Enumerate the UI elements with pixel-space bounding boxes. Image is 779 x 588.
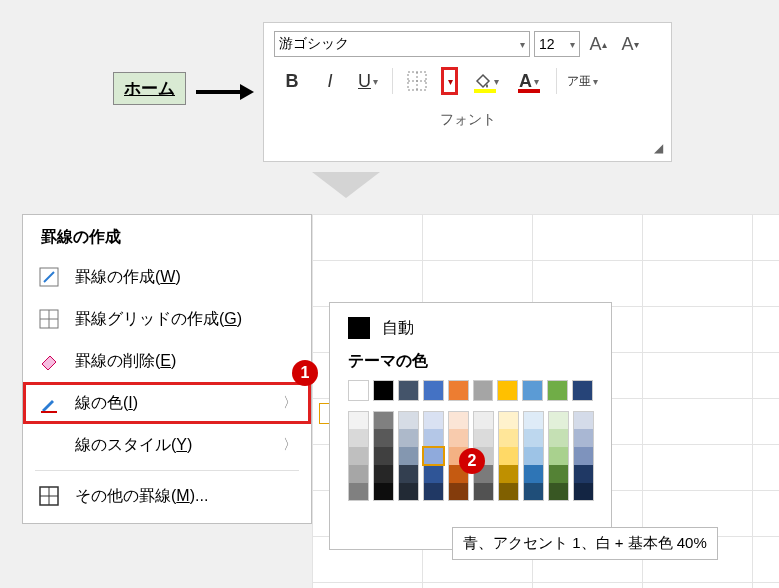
color-swatch[interactable] bbox=[373, 465, 394, 483]
color-swatch[interactable] bbox=[473, 429, 494, 447]
eraser-icon bbox=[37, 349, 61, 373]
color-swatch[interactable] bbox=[448, 429, 469, 447]
borders-more-icon bbox=[37, 484, 61, 508]
chevron-down-icon[interactable]: ▾ bbox=[593, 76, 598, 87]
color-swatch[interactable] bbox=[348, 483, 369, 501]
color-swatch[interactable] bbox=[573, 447, 594, 465]
menu-item-label: その他の罫線(M)... bbox=[75, 486, 208, 507]
phonetic-guide-button[interactable]: ア亜 ▾ bbox=[567, 67, 598, 95]
color-automatic-row[interactable]: 自動 bbox=[344, 315, 597, 351]
color-swatch[interactable] bbox=[423, 483, 444, 501]
color-swatch[interactable] bbox=[473, 411, 494, 429]
font-color-button[interactable]: A ▾ bbox=[512, 67, 546, 95]
chevron-right-icon: 〉 bbox=[283, 394, 297, 412]
blank-icon bbox=[37, 433, 61, 457]
menu-item-line-style[interactable]: 線のスタイル(Y) 〉 bbox=[23, 424, 311, 466]
menu-item-draw-border-grid[interactable]: 罫線グリッドの作成(G) bbox=[23, 298, 311, 340]
color-swatch[interactable] bbox=[523, 429, 544, 447]
line-color-flyout: 自動 テーマの色 bbox=[329, 302, 612, 550]
borders-button[interactable] bbox=[403, 67, 431, 95]
color-swatch[interactable] bbox=[348, 447, 369, 465]
color-swatch[interactable] bbox=[548, 465, 569, 483]
borders-dropdown-button[interactable]: ▾ bbox=[441, 67, 458, 95]
color-swatch[interactable] bbox=[423, 447, 444, 465]
menu-item-label: 罫線グリッドの作成(G) bbox=[75, 309, 242, 330]
color-swatch[interactable] bbox=[398, 380, 419, 401]
chevron-down-icon: ▾ bbox=[448, 76, 453, 87]
color-swatch[interactable] bbox=[573, 429, 594, 447]
color-swatch[interactable] bbox=[498, 411, 519, 429]
separator bbox=[556, 68, 557, 94]
svg-rect-9 bbox=[41, 411, 57, 413]
color-swatch[interactable] bbox=[423, 411, 444, 429]
menu-separator bbox=[35, 470, 299, 471]
color-swatch[interactable] bbox=[398, 429, 419, 447]
chevron-down-icon[interactable]: ▾ bbox=[534, 76, 539, 87]
dialog-launcher-button[interactable]: ◢ bbox=[651, 141, 665, 155]
chevron-down-icon[interactable]: ▾ bbox=[494, 76, 499, 87]
color-swatch[interactable] bbox=[398, 411, 419, 429]
font-name-value: 游ゴシック bbox=[279, 35, 349, 53]
color-swatch[interactable] bbox=[522, 380, 543, 401]
tab-home[interactable]: ホーム bbox=[113, 72, 186, 105]
color-swatch[interactable] bbox=[547, 380, 568, 401]
color-swatch[interactable] bbox=[348, 429, 369, 447]
color-swatch[interactable] bbox=[373, 411, 394, 429]
color-swatch[interactable] bbox=[498, 447, 519, 465]
color-swatch[interactable] bbox=[373, 447, 394, 465]
chevron-down-icon[interactable]: ▾ bbox=[373, 76, 378, 87]
color-swatch[interactable] bbox=[373, 429, 394, 447]
color-swatch[interactable] bbox=[498, 429, 519, 447]
color-swatch[interactable] bbox=[398, 447, 419, 465]
color-swatch[interactable] bbox=[523, 465, 544, 483]
bold-button[interactable]: B bbox=[278, 67, 306, 95]
color-swatch[interactable] bbox=[348, 411, 369, 429]
color-swatch[interactable] bbox=[548, 483, 569, 501]
arrow-annotation bbox=[196, 82, 254, 102]
color-swatch[interactable] bbox=[572, 380, 593, 401]
menu-item-label: 罫線の作成(W) bbox=[75, 267, 181, 288]
color-swatch[interactable] bbox=[423, 465, 444, 483]
underline-button[interactable]: U ▾ bbox=[354, 67, 382, 95]
color-swatch[interactable] bbox=[348, 380, 369, 401]
color-swatch[interactable] bbox=[373, 483, 394, 501]
color-swatch[interactable] bbox=[498, 465, 519, 483]
color-swatch[interactable] bbox=[398, 483, 419, 501]
color-swatch[interactable] bbox=[523, 483, 544, 501]
italic-button[interactable]: I bbox=[316, 67, 344, 95]
color-swatch[interactable] bbox=[573, 465, 594, 483]
color-swatch[interactable] bbox=[523, 447, 544, 465]
menu-item-erase-border[interactable]: 罫線の削除(E) bbox=[23, 340, 311, 382]
color-swatch[interactable] bbox=[348, 465, 369, 483]
menu-item-line-color[interactable]: 線の色(I) 〉 bbox=[23, 382, 311, 424]
color-swatch[interactable] bbox=[398, 465, 419, 483]
color-swatch[interactable] bbox=[448, 380, 469, 401]
fill-color-button[interactable]: ▾ bbox=[468, 67, 502, 95]
color-swatch[interactable] bbox=[548, 429, 569, 447]
menu-item-more-borders[interactable]: その他の罫線(M)... bbox=[23, 475, 311, 517]
menu-item-draw-border[interactable]: 罫線の作成(W) bbox=[23, 256, 311, 298]
color-swatch[interactable] bbox=[497, 380, 518, 401]
color-swatch[interactable] bbox=[448, 411, 469, 429]
color-swatch[interactable] bbox=[523, 411, 544, 429]
draw-border-icon bbox=[37, 265, 61, 289]
color-swatch[interactable] bbox=[423, 380, 444, 401]
font-name-combo[interactable]: 游ゴシック ▾ bbox=[274, 31, 530, 57]
color-swatch[interactable] bbox=[373, 380, 394, 401]
ribbon-group-label: フォント bbox=[264, 101, 671, 129]
color-swatch[interactable] bbox=[473, 483, 494, 501]
decrease-font-size-button[interactable]: A▾ bbox=[616, 31, 644, 57]
color-swatch[interactable] bbox=[423, 429, 444, 447]
increase-font-size-button[interactable]: A▴ bbox=[584, 31, 612, 57]
color-swatch[interactable] bbox=[548, 411, 569, 429]
color-swatch[interactable] bbox=[498, 483, 519, 501]
font-size-combo[interactable]: 12 ▾ bbox=[534, 31, 580, 57]
color-swatch[interactable] bbox=[573, 483, 594, 501]
color-swatch[interactable] bbox=[573, 411, 594, 429]
borders-context-menu: 罫線の作成 罫線の作成(W) 罫線グリッドの作成(G) 罫線の削除(E) 線の色… bbox=[22, 214, 312, 524]
color-swatch[interactable] bbox=[548, 447, 569, 465]
color-swatch[interactable] bbox=[448, 483, 469, 501]
automatic-color-swatch bbox=[348, 317, 370, 339]
color-swatch[interactable] bbox=[473, 380, 494, 401]
menu-item-label: 罫線の削除(E) bbox=[75, 351, 176, 372]
